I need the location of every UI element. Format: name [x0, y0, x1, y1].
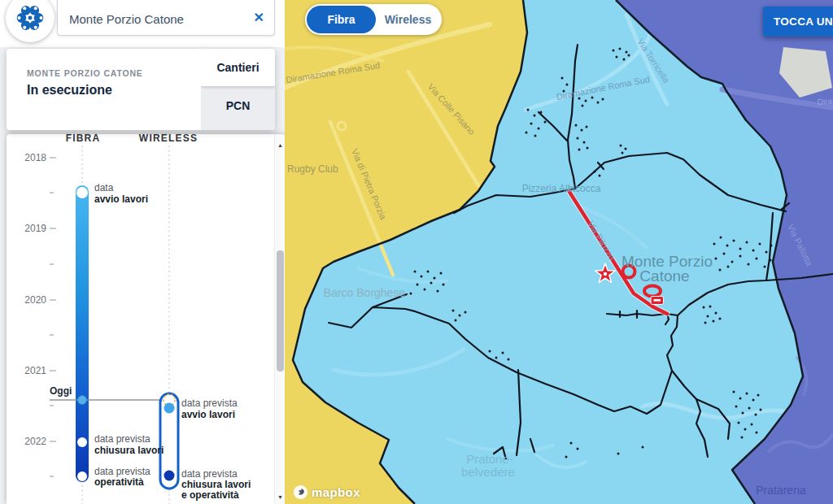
map-label-barco-borghese: Barco Borghese	[324, 286, 406, 299]
scrollbar-thumb[interactable]	[277, 250, 284, 371]
scroll-down-icon[interactable]: ▼	[275, 494, 285, 500]
svg-text:operatività: operatività	[94, 476, 144, 488]
timeline-chart: FIBRA WIRELESS 2018 2019 2020 2021 2022	[7, 134, 274, 504]
tab-pcn[interactable]: PCN	[201, 87, 275, 124]
svg-text:2019: 2019	[24, 223, 46, 234]
search-box: ✕	[57, 0, 275, 36]
svg-text:2022: 2022	[24, 436, 46, 447]
mapbox-wordmark: mapbox	[312, 485, 360, 499]
fibra-milestone-start-dot	[76, 187, 88, 198]
wireless-close-dot	[164, 471, 175, 481]
municipality-name: MONTE PORZIO CATONE	[27, 68, 143, 78]
fibra-milestone-close-dot	[77, 437, 87, 447]
year-labels: 2018 2019 2020 2021 2022	[24, 152, 46, 447]
fibra-milestone-operative-dot	[77, 471, 87, 481]
scroll-up-icon[interactable]: ▲	[275, 142, 285, 148]
status-text: In esecuzione	[27, 83, 112, 98]
svg-text:e operatività: e operatività	[181, 489, 239, 501]
toggle-wireless-button[interactable]: Wireless	[376, 6, 440, 33]
tab-cantieri[interactable]: Cantieri	[201, 49, 275, 86]
column-header-fibra: FIBRA	[66, 134, 101, 144]
wireless-start-dot	[164, 403, 175, 414]
svg-text:data: data	[94, 182, 114, 193]
svg-text:data prevista: data prevista	[181, 398, 238, 409]
svg-text:data prevista: data prevista	[94, 433, 150, 445]
map-label-pratone-1: Pratone-	[466, 452, 513, 466]
today-label: Oggi	[50, 385, 72, 397]
map-container: Via Torricella Diramazione Roma Sud Dira…	[285, 0, 833, 504]
svg-text:2018: 2018	[24, 152, 46, 163]
svg-text:2020: 2020	[24, 294, 46, 306]
star-marker-center	[604, 272, 607, 276]
svg-text:avvio lavori: avvio lavori	[181, 409, 235, 420]
svg-text:chiusura lavori: chiusura lavori	[181, 479, 251, 490]
column-header-wireless: WIRELESS	[139, 134, 198, 144]
svg-text:data prevista: data prevista	[94, 466, 150, 477]
result-card: MONTE PORZIO CATONE In esecuzione Cantie…	[7, 49, 275, 130]
tocca-un-area-button[interactable]: TOCCA UN A	[763, 7, 833, 37]
year-ticks	[50, 158, 56, 476]
map-canvas[interactable]: Via Torricella Diramazione Roma Sud Dira…	[285, 0, 833, 504]
timeline-scrollbar[interactable]: ▲ ▼	[274, 134, 285, 504]
toggle-fibra-button[interactable]: Fibra	[307, 6, 376, 33]
cabinet-marker-icon	[651, 297, 664, 305]
bul-logo-icon	[15, 2, 46, 33]
map-label-rugby-club: l Rugby Club	[285, 163, 338, 175]
mapbox-icon	[293, 484, 308, 500]
svg-text:avvio lavori: avvio lavori	[94, 193, 148, 205]
timeline-card: FIBRA WIRELESS 2018 2019 2020 2021 2022	[7, 134, 285, 504]
clear-search-icon[interactable]: ✕	[254, 9, 264, 27]
left-panel: FIBRA WIRELESS 2018 2019 2020 2021 2022	[0, 0, 285, 504]
mapbox-attribution[interactable]: mapbox	[293, 484, 360, 500]
map-label-pratone-2: belvedere	[461, 465, 515, 479]
search-input[interactable]	[68, 4, 242, 33]
fibra-today-dot	[78, 396, 87, 405]
layer-toggle: Fibra Wireless	[305, 4, 442, 35]
map-label-pratarena: Pratarena	[756, 484, 806, 497]
svg-text:2021: 2021	[24, 365, 46, 376]
svg-text:data prevista: data prevista	[181, 468, 238, 480]
tab-group: Cantieri PCN	[201, 49, 275, 130]
map-label-pizzeria-albicocca: Pizzeria Albicocca	[522, 183, 601, 194]
svg-text:chiusura lavori: chiusura lavori	[94, 445, 164, 456]
map-label-monte-porzio-2: Catone	[639, 267, 689, 285]
